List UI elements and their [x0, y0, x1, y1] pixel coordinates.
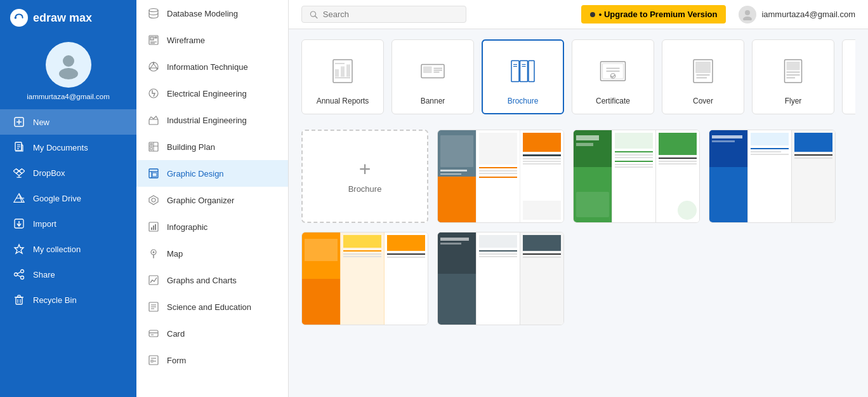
sidebar-item-share[interactable]: Share	[0, 262, 136, 287]
brochure-icon-area	[503, 51, 543, 91]
upgrade-button[interactable]: • Upgrade to Premium Version	[581, 5, 727, 24]
category-item-science-education[interactable]: Science and Education	[136, 293, 288, 320]
category-label: Wireframe	[167, 36, 205, 45]
tile-label: Annual Reports	[317, 97, 369, 105]
svg-marker-13	[16, 171, 22, 175]
sidebar-item-new[interactable]: New	[0, 109, 136, 135]
sidebar-item-dropbox[interactable]: DropBox	[0, 160, 136, 185]
category-item-electrical-engineering[interactable]: Electrical Engineering	[136, 80, 288, 107]
svg-rect-106	[695, 62, 711, 73]
category-item-form[interactable]: Form	[136, 347, 288, 373]
plus-icon: +	[359, 159, 371, 179]
template-card-1[interactable]	[437, 130, 564, 223]
search-icon	[310, 10, 318, 19]
svg-line-45	[150, 64, 154, 69]
tile-label[interactable]: Label	[842, 39, 855, 114]
svg-rect-52	[150, 147, 152, 150]
svg-point-23	[21, 276, 24, 279]
database-icon	[147, 6, 161, 20]
category-item-graphs-charts[interactable]: Graphs and Charts	[136, 267, 288, 293]
category-item-graphic-design[interactable]: Graphic Design	[136, 160, 288, 187]
sidebar-item-google-drive[interactable]: Google Drive	[0, 185, 136, 211]
upgrade-dot	[590, 12, 595, 17]
drive-icon	[13, 192, 25, 205]
sidebar: edraw max iammurtaza4@gmail.com New	[0, 0, 136, 397]
sidebar-item-label: Import	[33, 219, 56, 229]
svg-line-26	[18, 275, 21, 277]
topbar-user-email: iammurtaza4@gmail.com	[761, 10, 855, 19]
svg-rect-61	[151, 227, 152, 230]
sidebar-item-label: DropBox	[33, 168, 65, 178]
plus-icon	[13, 116, 25, 128]
category-item-map[interactable]: Map	[136, 240, 288, 267]
sidebar-item-my-collection[interactable]: My collection	[0, 236, 136, 262]
sidebar-item-my-documents[interactable]: My Documents	[0, 135, 136, 160]
svg-point-2	[59, 68, 78, 79]
building-plan-icon	[147, 140, 161, 154]
svg-rect-62	[153, 225, 154, 230]
tile-annual-reports[interactable]: Annual Reports	[301, 39, 384, 114]
category-label: Information Technique	[167, 62, 248, 72]
sidebar-item-label: Share	[33, 270, 55, 279]
category-item-industrial-engineering[interactable]: Industrial Engineering	[136, 107, 288, 133]
search-input[interactable]	[323, 10, 458, 19]
category-item-wireframe[interactable]: Wireframe	[136, 27, 288, 53]
category-item-infographic[interactable]: Infographic	[136, 213, 288, 240]
svg-line-79	[315, 16, 317, 18]
new-template-label: Brochure	[348, 184, 382, 194]
category-item-database-modeling[interactable]: Database Modeling	[136, 0, 288, 27]
category-label: Building Plan	[167, 142, 215, 152]
category-label: Industrial Engineering	[167, 116, 247, 125]
category-item-building-plan[interactable]: Building Plan	[136, 133, 288, 160]
svg-point-34	[149, 9, 158, 12]
share-icon	[13, 268, 25, 281]
avatar	[46, 42, 91, 88]
graphic-organizer-icon	[147, 193, 161, 207]
svg-rect-53	[150, 144, 152, 145]
electrical-icon	[147, 86, 161, 100]
category-item-card[interactable]: Card	[136, 320, 288, 347]
sidebar-item-label: New	[33, 118, 49, 127]
svg-point-24	[15, 273, 18, 276]
card-icon	[147, 326, 161, 340]
tile-banner[interactable]: Banner	[391, 39, 474, 114]
tile-label: Certificate	[596, 97, 630, 105]
cover-icon-area	[683, 51, 723, 91]
svg-rect-36	[150, 37, 154, 40]
search-box[interactable]	[301, 6, 466, 23]
logo-icon	[10, 9, 28, 27]
tile-cover[interactable]: Cover	[662, 39, 744, 114]
svg-line-25	[18, 272, 21, 274]
svg-point-81	[743, 17, 752, 20]
graphs-charts-icon	[147, 273, 161, 287]
template-card-4[interactable]	[301, 232, 428, 325]
category-label: Graphs and Charts	[167, 276, 237, 285]
svg-marker-21	[15, 245, 23, 253]
tile-flyer[interactable]: Flyer	[752, 39, 834, 114]
svg-marker-11	[13, 169, 19, 173]
new-template-card[interactable]: + Brochure	[301, 130, 428, 223]
scroll-container: Annual Reports Banner	[289, 29, 868, 395]
graphic-design-icon	[147, 166, 161, 180]
template-card-5[interactable]	[437, 232, 564, 325]
svg-marker-12	[19, 169, 25, 173]
svg-rect-71	[149, 330, 158, 337]
user-avatar-small	[739, 6, 756, 24]
template-card-3[interactable]	[709, 130, 836, 223]
sidebar-nav: New My Documents	[0, 109, 136, 397]
template-card-2[interactable]	[573, 130, 700, 223]
document-icon	[13, 141, 25, 154]
category-item-information-technique[interactable]: Information Technique	[136, 53, 288, 80]
sidebar-item-recycle-bin[interactable]: Recycle Bin	[0, 287, 136, 313]
svg-rect-84	[341, 67, 345, 77]
tile-brochure[interactable]: Brochure	[482, 39, 564, 114]
sidebar-item-import[interactable]: Import	[0, 211, 136, 236]
tile-label: Brochure	[508, 97, 539, 105]
map-icon	[147, 246, 161, 260]
form-icon	[147, 353, 161, 367]
svg-rect-37	[155, 37, 157, 38]
category-item-graphic-organizer[interactable]: Graphic Organizer	[136, 187, 288, 213]
star-icon	[13, 243, 25, 255]
sidebar-item-label: My collection	[33, 245, 81, 254]
tile-certificate[interactable]: Certificate	[572, 39, 654, 114]
